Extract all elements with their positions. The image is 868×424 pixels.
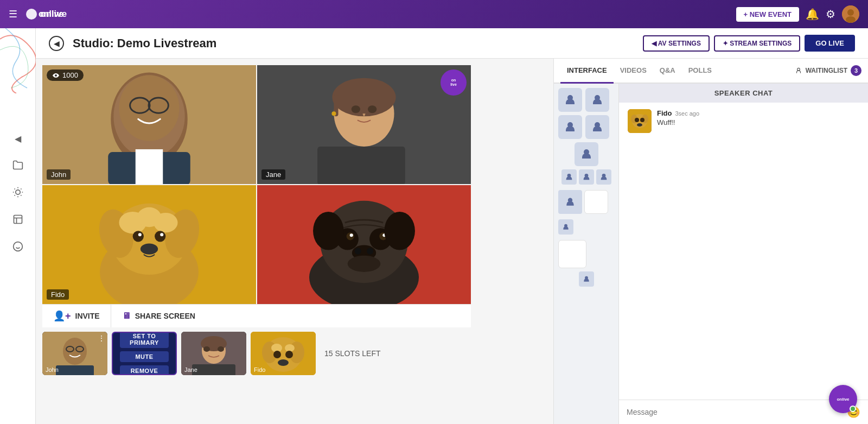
sidebar-emoji-icon[interactable] <box>8 236 28 257</box>
svg-point-64 <box>203 346 210 352</box>
sidebar-list-icon[interactable] <box>8 209 28 230</box>
sg-avatar-1[interactable] <box>558 88 582 112</box>
invite-icon: 👤+ <box>53 310 71 322</box>
sidebar-lightbulb-icon[interactable] <box>8 182 28 202</box>
panel-body: SPEAKER CHAT <box>554 84 868 424</box>
video-label-jane: Jane <box>261 169 285 180</box>
stream-settings-button[interactable]: ✦ STREAM SETTINGS <box>714 35 800 52</box>
svg-point-40 <box>141 243 158 254</box>
svg-point-55 <box>348 256 381 272</box>
sg-small-1[interactable] <box>561 169 577 185</box>
svg-point-38 <box>138 233 142 236</box>
invite-button[interactable]: 👤+ INVITE <box>42 305 111 327</box>
svg-point-93 <box>640 118 644 122</box>
sg-small-6[interactable] <box>579 271 594 287</box>
tab-polls[interactable]: POLLS <box>682 59 718 84</box>
sg-avatar-4[interactable] <box>585 115 609 139</box>
svg-rect-18 <box>136 149 163 184</box>
share-screen-icon: 🖥 <box>122 311 131 321</box>
svg-point-24 <box>352 105 360 113</box>
tab-qa[interactable]: Q&A <box>653 59 682 84</box>
remove-button[interactable]: REMOVE <box>120 365 169 375</box>
svg-point-73 <box>273 351 281 358</box>
sg-single-row <box>558 142 614 166</box>
tab-videos[interactable]: VIDEOS <box>614 59 653 84</box>
sg-avatar-2[interactable] <box>585 88 609 112</box>
header-actions: ◀ AV SETTINGS ✦ STREAM SETTINGS GO LIVE <box>643 35 855 52</box>
svg-point-51 <box>355 248 361 255</box>
message-content-0: Fido 3sec ago Wuff!! <box>657 109 699 133</box>
notification-icon[interactable]: 🔔 <box>806 8 819 21</box>
studio-left: 1000 John <box>36 59 553 424</box>
waitinglist-badge[interactable]: WAITINGLIST 3 <box>795 65 861 76</box>
video-bottom-bar: 👤+ INVITE 🖥 SHARE SCREEN <box>42 304 471 327</box>
video-cell-fido: Fido <box>42 185 256 304</box>
sg-avatar-3[interactable] <box>558 115 582 139</box>
mute-button[interactable]: MUTE <box>120 351 169 362</box>
set-to-primary-button[interactable]: SET TO PRIMARY <box>120 332 169 348</box>
svg-point-26 <box>331 111 336 116</box>
svg-point-57 <box>63 338 87 365</box>
sg-placeholder-1 <box>584 190 608 214</box>
participant-thumb-john[interactable]: ⋮ John <box>42 332 107 375</box>
share-screen-button[interactable]: 🖥 SHARE SCREEN <box>111 306 206 326</box>
sg-mixed-row-1 <box>558 190 614 214</box>
sg-small-5[interactable] <box>558 219 573 235</box>
message-text-0: Wuff!! <box>657 118 699 126</box>
fab-online-dot <box>850 406 856 412</box>
sidebar-art <box>0 28 36 93</box>
onlive-badge: onlive <box>441 69 467 96</box>
right-panel: INTERFACE VIDEOS Q&A POLLS WAITINGLIST 3 <box>553 59 868 424</box>
tab-interface[interactable]: INTERFACE <box>560 59 614 84</box>
page-title: Studio: Demo Livestream <box>73 36 216 50</box>
studio-main-row: 1000 John <box>36 59 868 424</box>
settings-icon[interactable]: ⚙ <box>826 8 835 21</box>
av-settings-button[interactable]: ◀ AV SETTINGS <box>643 35 710 52</box>
svg-point-4 <box>846 16 856 23</box>
chat-header: SPEAKER CHAT <box>619 84 868 103</box>
participant-thumb-fido[interactable]: Fido <box>251 332 316 375</box>
panel-tabs: INTERFACE VIDEOS Q&A POLLS WAITINGLIST 3 <box>554 59 868 84</box>
app-logo: onlive onlive <box>26 8 67 21</box>
svg-point-54 <box>384 212 415 250</box>
back-button[interactable]: ◀ <box>49 36 64 51</box>
sidebar-collapse-button[interactable]: ◀ <box>10 129 25 148</box>
svg-rect-6 <box>14 216 22 224</box>
participant-name-fido: Fido <box>254 366 265 373</box>
message-avatar-fido <box>628 109 652 133</box>
participant-name-john: John <box>46 366 59 373</box>
sg-small-2[interactable] <box>579 169 594 185</box>
video-grid-wrapper: 1000 John <box>36 59 553 327</box>
svg-point-36 <box>133 231 144 242</box>
sg-avatar-5[interactable] <box>575 142 598 166</box>
svg-point-35 <box>154 213 177 232</box>
sidebar-folder-icon[interactable] <box>8 155 28 175</box>
sg-small-3[interactable] <box>596 169 611 185</box>
video-label-john: John <box>47 169 71 180</box>
onlive-fab[interactable]: onlive <box>829 385 857 413</box>
participant-context-menu: SET TO PRIMARY MUTE REMOVE <box>113 333 176 374</box>
svg-point-3 <box>847 9 854 16</box>
participant-context-john[interactable]: SET TO PRIMARY MUTE REMOVE <box>112 332 177 375</box>
svg-point-7 <box>13 242 22 251</box>
chat-messages: Fido 3sec ago Wuff!! <box>619 103 868 400</box>
svg-point-52 <box>367 248 373 255</box>
hamburger-icon[interactable]: ☰ <box>9 8 17 20</box>
go-live-button[interactable]: GO LIVE <box>805 35 855 52</box>
message-time-0: 3sec ago <box>675 110 699 117</box>
svg-point-22 <box>332 78 395 117</box>
new-event-button[interactable]: + NEW EVENT <box>736 7 800 22</box>
left-sidebar: ◀ <box>0 28 36 424</box>
chat-area: SPEAKER CHAT <box>619 84 868 424</box>
svg-point-92 <box>635 118 639 122</box>
participant-thumb-jane[interactable]: Jane <box>181 332 246 375</box>
view-count: 1000 <box>47 69 84 81</box>
video-cell-jane: onlive Jane <box>257 65 471 184</box>
user-avatar[interactable] <box>842 5 859 23</box>
video-label-fido: Fido <box>47 289 69 300</box>
message-input[interactable] <box>627 408 843 416</box>
sg-small-4[interactable] <box>558 190 582 214</box>
thumb-menu-icon[interactable]: ⋮ <box>98 334 105 343</box>
svg-point-53 <box>313 212 344 250</box>
svg-point-75 <box>278 359 289 366</box>
